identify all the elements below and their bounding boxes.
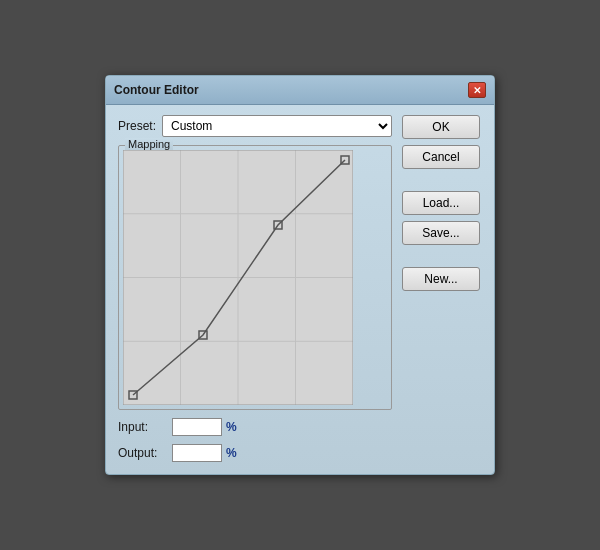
dialog-title: Contour Editor bbox=[114, 83, 199, 97]
output-row: Output: % bbox=[118, 444, 392, 462]
input-percent: % bbox=[226, 420, 237, 434]
output-percent: % bbox=[226, 446, 237, 460]
preset-row: Preset: Custom bbox=[118, 115, 392, 137]
right-panel: OK Cancel Load... Save... New... bbox=[402, 115, 482, 462]
preset-label: Preset: bbox=[118, 119, 156, 133]
input-row: Input: % bbox=[118, 418, 392, 436]
load-button[interactable]: Load... bbox=[402, 191, 480, 215]
input-label: Input: bbox=[118, 420, 168, 434]
save-button[interactable]: Save... bbox=[402, 221, 480, 245]
spacer-1 bbox=[402, 175, 482, 185]
output-label: Output: bbox=[118, 446, 168, 460]
output-value-field[interactable] bbox=[172, 444, 222, 462]
mapping-group: Mapping bbox=[118, 145, 392, 410]
mapping-canvas[interactable] bbox=[123, 150, 353, 405]
mapping-legend: Mapping bbox=[125, 138, 173, 150]
preset-select[interactable]: Custom bbox=[162, 115, 392, 137]
spacer-2 bbox=[402, 251, 482, 261]
title-bar: Contour Editor ✕ bbox=[106, 76, 494, 105]
contour-editor-dialog: Contour Editor ✕ Preset: Custom Mapping bbox=[105, 75, 495, 475]
ok-button[interactable]: OK bbox=[402, 115, 480, 139]
contour-graph bbox=[123, 150, 353, 405]
input-value-field[interactable] bbox=[172, 418, 222, 436]
left-panel: Preset: Custom Mapping bbox=[118, 115, 392, 462]
dialog-body: Preset: Custom Mapping bbox=[106, 105, 494, 474]
cancel-button[interactable]: Cancel bbox=[402, 145, 480, 169]
close-button[interactable]: ✕ bbox=[468, 82, 486, 98]
new-button[interactable]: New... bbox=[402, 267, 480, 291]
